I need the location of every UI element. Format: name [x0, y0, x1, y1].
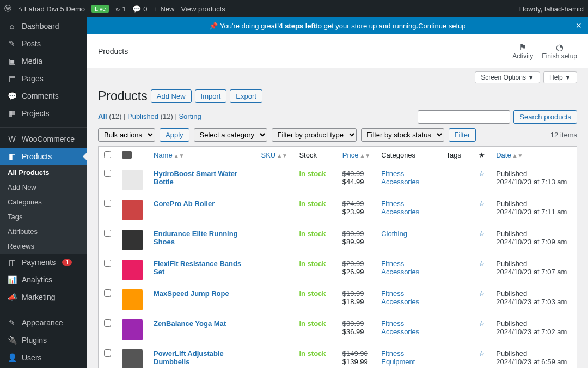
row-checkbox[interactable]	[104, 289, 111, 297]
product-thumbnail[interactable]	[122, 200, 143, 220]
filter-published[interactable]: Published	[127, 112, 158, 120]
menu-item-dashboard[interactable]: ⌂Dashboard	[0, 17, 87, 35]
product-thumbnail[interactable]	[122, 349, 143, 368]
progress-icon: ◔	[542, 42, 577, 52]
category-link[interactable]: Clothing	[381, 230, 407, 238]
menu-item-plugins[interactable]: 🔌Plugins	[0, 331, 87, 349]
menu-item-projects[interactable]: ▦Projects	[0, 105, 87, 122]
select-all-checkbox[interactable]	[104, 151, 111, 158]
submenu-item[interactable]: Tags	[0, 209, 87, 224]
sale-price: $36.99	[342, 328, 364, 336]
featured-star[interactable]: ☆	[479, 289, 485, 298]
row-checkbox[interactable]	[104, 319, 111, 327]
menu-item-woocommerce[interactable]: WWooCommerce	[0, 130, 87, 148]
menu-item-appearance[interactable]: ✎Appearance	[0, 314, 87, 331]
product-name-link[interactable]: ZenBalance Yoga Mat	[154, 319, 226, 328]
activity-button[interactable]: ⚑ Activity	[512, 42, 533, 60]
publish-date: 2024/10/23 at 7:07 am	[496, 268, 567, 276]
pin-icon: 📌	[209, 22, 218, 30]
product-thumbnail[interactable]	[122, 319, 143, 340]
row-checkbox[interactable]	[104, 260, 111, 267]
product-name-link[interactable]: MaxSpeed Jump Rope	[154, 289, 229, 298]
bulk-actions-select[interactable]: Bulk actions	[98, 128, 155, 142]
updates-link[interactable]: ↻ 1	[115, 5, 126, 13]
comments-link[interactable]: 💬 0	[132, 5, 147, 13]
featured-star[interactable]: ☆	[479, 200, 485, 208]
stock-status: In stock	[299, 170, 326, 178]
menu-item-marketing[interactable]: 📣Marketing	[0, 288, 87, 306]
filter-all[interactable]: All	[98, 112, 107, 120]
view-products-link[interactable]: View products	[181, 5, 225, 13]
my-account[interactable]: Howdy, fahad-hamid	[519, 5, 584, 13]
featured-star[interactable]: ☆	[479, 170, 485, 178]
menu-item-pages[interactable]: ▤Pages	[0, 70, 87, 87]
product-name-link[interactable]: FlexiFit Resistance Bands Set	[154, 260, 241, 276]
menu-item-posts[interactable]: ✎Posts	[0, 35, 87, 52]
filter-button[interactable]: Filter	[449, 128, 476, 142]
site-name[interactable]: ⌂ Fahad Divi 5 Demo	[18, 5, 85, 13]
featured-star[interactable]: ☆	[479, 349, 485, 358]
submenu-item[interactable]: Categories	[0, 195, 87, 209]
menu-item-users[interactable]: 👤Users	[0, 349, 87, 366]
category-link[interactable]: Fitness Accessories	[381, 319, 419, 336]
search-products-button[interactable]: Search products	[513, 110, 577, 124]
product-name-link[interactable]: Endurance Elite Running Shoes	[154, 230, 238, 246]
apply-bulk-button[interactable]: Apply	[160, 128, 189, 142]
product-thumbnail[interactable]	[122, 230, 143, 250]
menu-label: Analytics	[22, 275, 52, 284]
product-name-link[interactable]: CorePro Ab Roller	[154, 200, 215, 208]
stock-status-filter-select[interactable]: Filter by stock status	[361, 128, 444, 142]
new-content[interactable]: + New	[154, 5, 175, 13]
submenu-item[interactable]: Reviews	[0, 239, 87, 254]
product-name-link[interactable]: HydroBoost Smart Water Bottle	[154, 170, 237, 186]
product-type-filter-select[interactable]: Filter by product type	[272, 128, 357, 142]
continue-setup-link[interactable]: Continue setup	[418, 22, 465, 30]
sort-date[interactable]: Date▲▼	[496, 151, 523, 159]
row-checkbox[interactable]	[104, 349, 111, 357]
menu-item-comments[interactable]: 💬Comments	[0, 87, 87, 105]
row-checkbox[interactable]	[104, 170, 111, 177]
menu-item-payments[interactable]: ◫Payments1	[0, 254, 87, 271]
add-new-button[interactable]: Add New	[151, 89, 192, 103]
finish-setup-button[interactable]: ◔ Finish setup	[542, 42, 577, 60]
filter-sorting[interactable]: Sorting	[179, 112, 201, 120]
category-link[interactable]: Fitness Accessories	[381, 170, 419, 186]
screen-options-tab[interactable]: Screen Options ▼	[475, 71, 540, 83]
category-link[interactable]: Fitness Accessories	[381, 260, 419, 276]
menu-item-media[interactable]: ▣Media	[0, 52, 87, 70]
sort-name[interactable]: Name▲▼	[154, 151, 184, 159]
category-filter-select[interactable]: Select a category	[194, 128, 267, 142]
menu-item-products[interactable]: ◧Products	[0, 148, 87, 165]
sort-sku[interactable]: SKU▲▼	[261, 151, 287, 159]
featured-star[interactable]: ☆	[479, 319, 485, 328]
product-thumbnail[interactable]	[122, 170, 143, 190]
row-checkbox[interactable]	[104, 200, 111, 207]
publish-status: Published	[496, 319, 527, 328]
import-button[interactable]: Import	[195, 89, 227, 103]
menu-label: Plugins	[22, 336, 47, 345]
regular-price: $24.99	[342, 200, 364, 208]
sort-price[interactable]: Price▲▼	[342, 151, 370, 159]
featured-star[interactable]: ☆	[479, 260, 485, 268]
submenu-item[interactable]: Add New	[0, 180, 87, 195]
product-thumbnail[interactable]	[122, 289, 143, 310]
category-link[interactable]: Fitness Accessories	[381, 200, 419, 216]
export-button[interactable]: Export	[230, 89, 262, 103]
menu-label: Pages	[22, 74, 44, 83]
product-thumbnail[interactable]	[122, 260, 143, 280]
table-row: FlexiFit Resistance Bands Set – In stock…	[99, 255, 577, 285]
submenu-item[interactable]: Attributes	[0, 224, 87, 239]
menu-item-analytics[interactable]: 📊Analytics	[0, 271, 87, 288]
admin-sidebar: ⌂Dashboard✎Posts▣Media▤Pages💬Comments▦Pr…	[0, 17, 87, 368]
close-icon[interactable]: ×	[575, 20, 581, 32]
row-checkbox[interactable]	[104, 230, 111, 237]
stock-status: In stock	[299, 200, 326, 208]
category-link[interactable]: Fitness Accessories	[381, 289, 419, 306]
wp-logo[interactable]: ⓦ	[4, 4, 11, 14]
category-link[interactable]: Fitness Equipment	[381, 349, 415, 366]
product-name-link[interactable]: PowerLift Adjustable Dumbbells	[154, 349, 224, 366]
help-tab[interactable]: Help ▼	[543, 71, 577, 83]
featured-star[interactable]: ☆	[479, 230, 485, 238]
submenu-item[interactable]: All Products	[0, 165, 87, 180]
search-input[interactable]	[418, 110, 510, 124]
